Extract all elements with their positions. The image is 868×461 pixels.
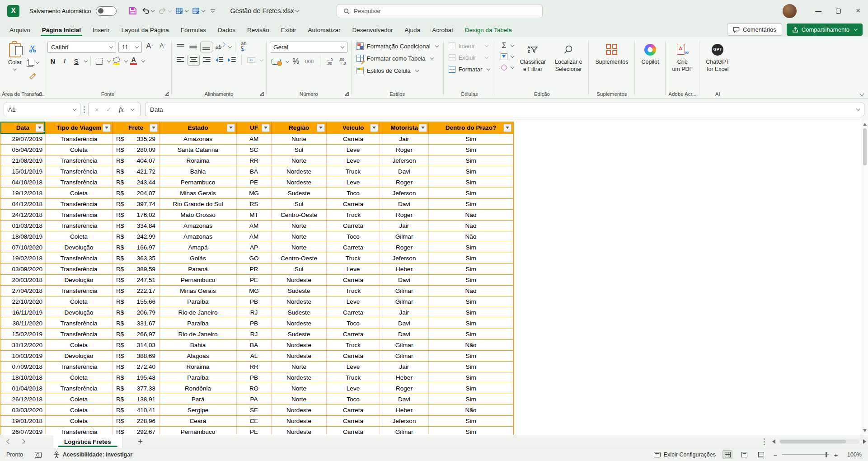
tab-página-inicial[interactable]: Página Inicial [36, 24, 87, 37]
table-cell[interactable]: 07/09/2018 [0, 362, 46, 372]
tab-inserir[interactable]: Inserir [87, 24, 116, 37]
table-cell[interactable]: Leve [327, 362, 380, 372]
table-cell[interactable]: R$176,02 [113, 210, 160, 220]
table-cell[interactable]: Amapá [160, 242, 237, 253]
document-title[interactable]: Gestão de Fretes.xlsx [230, 7, 299, 14]
table-cell[interactable]: Leve [327, 177, 380, 188]
table-cell[interactable]: Davi [380, 166, 429, 177]
table-cell[interactable]: SC [237, 145, 272, 155]
qat-table-button-2[interactable] [191, 6, 206, 16]
table-cell[interactable]: R$242,99 [113, 231, 160, 242]
tab-desenvolvedor[interactable]: Desenvolvedor [347, 24, 399, 37]
horizontal-scroll-thumb[interactable] [780, 440, 846, 443]
table-cell[interactable]: 19/12/2018 [0, 188, 46, 198]
table-cell[interactable]: Transferência [46, 155, 113, 166]
column-header-data[interactable]: Data [0, 122, 46, 134]
table-cell[interactable]: Sudeste [272, 188, 327, 198]
table-cell[interactable]: PE [237, 275, 272, 285]
table-cell[interactable]: Transferência [46, 362, 113, 372]
table-cell[interactable]: Norte [272, 242, 327, 253]
align-left-button[interactable] [175, 55, 186, 66]
table-cell[interactable]: Norte [272, 231, 327, 242]
table-cell[interactable]: SE [237, 405, 272, 415]
borders-button[interactable] [94, 56, 105, 66]
table-cell[interactable]: 07/10/2020 [0, 242, 46, 253]
table-cell[interactable]: Nordeste [272, 318, 327, 329]
table-cell[interactable]: Leve [327, 383, 380, 394]
table-cell[interactable]: Não [429, 340, 513, 350]
table-cell[interactable]: Gilmar [380, 351, 429, 361]
table-cell[interactable]: Leve [327, 155, 380, 166]
table-cell[interactable]: R$363,35 [113, 253, 160, 263]
table-cell[interactable]: 04/12/2018 [0, 199, 46, 209]
column-header-frete[interactable]: Frete [113, 122, 160, 134]
table-cell[interactable]: Alagoas [160, 351, 237, 361]
table-cell[interactable]: 04/10/2018 [0, 177, 46, 188]
table-cell[interactable]: Devolução [46, 307, 113, 318]
table-cell[interactable]: R$314,03 [113, 340, 160, 350]
clipboard-dialog-launcher[interactable] [38, 92, 42, 96]
table-cell[interactable]: Transferência [46, 134, 113, 144]
tab-automatizar[interactable]: Automatizar [302, 24, 347, 37]
table-cell[interactable]: 01/04/2018 [0, 383, 46, 394]
table-cell[interactable]: Sim [429, 188, 513, 198]
font-color-dropdown-icon[interactable] [141, 58, 145, 62]
tab-design-da-tabela[interactable]: Design da Tabela [459, 24, 518, 37]
table-cell[interactable]: Carreta [327, 275, 380, 285]
cancel-entry-button[interactable]: × [95, 106, 99, 113]
table-cell[interactable]: Truck [327, 210, 380, 220]
table-cell[interactable]: RJ [237, 307, 272, 318]
autosave-toggle[interactable] [96, 6, 117, 16]
table-cell[interactable]: Sul [272, 264, 327, 274]
table-cell[interactable]: Coleta [46, 340, 113, 350]
table-cell[interactable]: Centro-Oeste [272, 210, 327, 220]
table-cell[interactable]: Sudeste [272, 307, 327, 318]
table-cell[interactable]: Devolução [46, 242, 113, 253]
table-cell[interactable]: Heber [380, 405, 429, 415]
table-cell[interactable]: Toco [327, 394, 380, 405]
table-cell[interactable]: CE [237, 416, 272, 426]
table-cell[interactable]: BA [237, 166, 272, 177]
table-cell[interactable]: Sim [429, 253, 513, 263]
table-cell[interactable]: R$410,41 [113, 405, 160, 415]
table-cell[interactable]: Toco [327, 188, 380, 198]
table-cell[interactable]: RS [237, 199, 272, 209]
filter-dropdown-button[interactable] [503, 124, 511, 132]
increase-decimal-button[interactable]: ←0 ,00 [324, 56, 335, 67]
table-cell[interactable]: Jeferson [380, 253, 429, 263]
autosum-button[interactable]: Σ [498, 41, 514, 50]
table-cell[interactable]: MG [237, 188, 272, 198]
table-cell[interactable]: Mato Grosso [160, 210, 237, 220]
table-cell[interactable]: 27/04/2018 [0, 286, 46, 296]
table-cell[interactable]: AL [237, 351, 272, 361]
wrap-text-button[interactable]: ab c↵ [239, 42, 250, 52]
table-cell[interactable]: AP [237, 242, 272, 253]
copilot-button[interactable]: Copilot [638, 41, 662, 68]
normal-view-button[interactable] [723, 450, 732, 459]
fill-color-dropdown-icon[interactable] [124, 58, 128, 62]
table-cell[interactable]: Goiás [160, 253, 237, 263]
italic-button[interactable]: I [59, 56, 70, 66]
font-size-select[interactable]: 11 [118, 42, 142, 53]
table-cell[interactable]: Roraima [160, 155, 237, 166]
font-color-button[interactable]: A [128, 56, 139, 66]
table-cell[interactable]: R$266,97 [113, 329, 160, 339]
table-cell[interactable]: Sim [429, 199, 513, 209]
table-cell[interactable]: 15/02/2019 [0, 329, 46, 339]
table-cell[interactable]: Nordeste [272, 166, 327, 177]
filter-dropdown-button[interactable] [262, 124, 270, 132]
orientation-button[interactable]: ab [214, 42, 225, 52]
table-cell[interactable]: Jair [380, 134, 429, 144]
table-cell[interactable]: Transferência [46, 264, 113, 274]
table-cell[interactable]: 31/12/2020 [0, 340, 46, 350]
table-cell[interactable]: Jair [380, 307, 429, 318]
scroll-down-icon[interactable] [863, 429, 867, 432]
align-top-button[interactable] [175, 42, 186, 52]
table-cell[interactable]: Rio Grande do Sul [160, 199, 237, 209]
copy-button[interactable] [25, 57, 41, 68]
table-cell[interactable]: PR [237, 264, 272, 274]
table-cell[interactable]: 29/07/2019 [0, 134, 46, 144]
chatgpt-button[interactable]: GPT ChatGPT for Excel [703, 41, 732, 75]
table-cell[interactable]: Norte [272, 221, 327, 231]
avatar[interactable] [783, 4, 797, 18]
